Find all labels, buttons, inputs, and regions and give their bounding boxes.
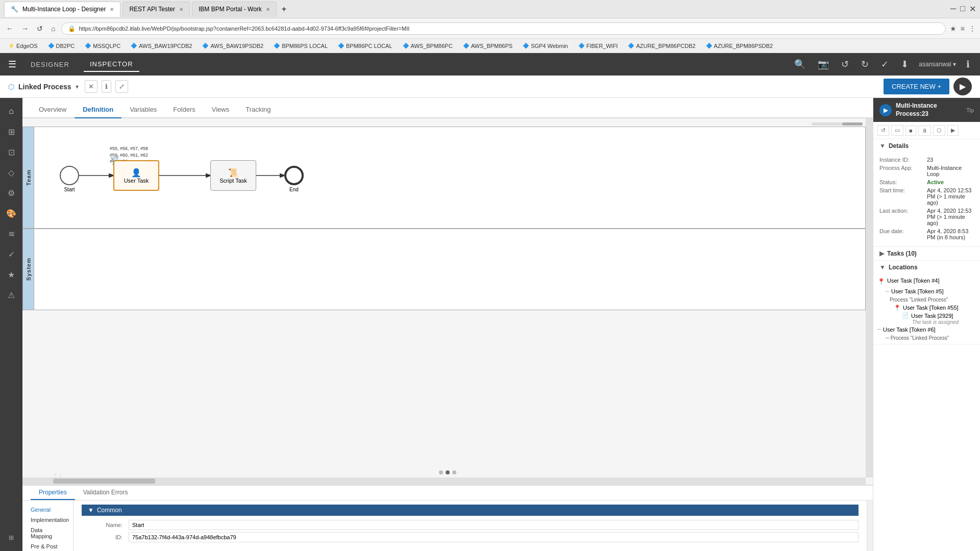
- home-btn[interactable]: ⌂: [49, 22, 57, 35]
- user-menu[interactable]: asansanwal ▾: [919, 61, 956, 68]
- tab-folders[interactable]: Folders: [165, 102, 203, 118]
- canvas-area[interactable]: Team: [22, 118, 873, 485]
- tab-ibm-close[interactable]: ✕: [266, 7, 270, 12]
- prop-scrollbar[interactable]: [867, 500, 873, 551]
- tab-close-btn[interactable]: ✕: [110, 7, 114, 12]
- prop-sidebar-datamap[interactable]: Data Mapping: [27, 525, 69, 541]
- pager-dot-2[interactable]: [446, 470, 450, 474]
- hamburger-menu[interactable]: ☰: [8, 59, 16, 70]
- locations-section-header[interactable]: ▼ Locations: [873, 261, 980, 274]
- expand-process-btn[interactable]: ⤢: [115, 80, 128, 93]
- sidebar-icon-vars[interactable]: ≋: [2, 224, 20, 243]
- prop-sidebar-prepost[interactable]: Pre & Post: [27, 541, 69, 551]
- pager-dot-3[interactable]: [452, 470, 456, 474]
- bookmark-azure-pcdb2[interactable]: 🔷AZURE_BPM86PCDB2: [624, 42, 699, 50]
- designer-tab[interactable]: DESIGNER: [24, 58, 76, 71]
- back-btn[interactable]: ←: [4, 22, 15, 35]
- sidebar-icon-palette[interactable]: 🎨: [2, 204, 20, 222]
- swimlane-team: Team: [22, 127, 866, 229]
- reader-icon[interactable]: ≡: [961, 24, 965, 33]
- end-event[interactable]: End: [284, 166, 304, 192]
- bookmark-db2pc[interactable]: 🔷DB2PC: [44, 42, 79, 50]
- sidebar-icon-shapes[interactable]: ◇: [2, 163, 20, 182]
- bookmark-aws-baw19ps[interactable]: 🔷AWS_BAW19PSDB2: [198, 42, 267, 50]
- sidebar-icon-flow[interactable]: ⊡: [2, 143, 20, 161]
- tab-variables[interactable]: Variables: [121, 102, 165, 118]
- search-btn[interactable]: 🔍: [792, 57, 807, 72]
- process-dropdown-icon[interactable]: ▾: [76, 83, 79, 90]
- panel-hex-btn[interactable]: ⬡: [933, 125, 945, 136]
- menu-icon[interactable]: ⋮: [969, 24, 976, 33]
- minimize-btn[interactable]: ─: [950, 4, 956, 14]
- redo-btn[interactable]: ↻: [859, 57, 871, 72]
- refresh-btn[interactable]: ↺: [35, 22, 45, 35]
- sidebar-icon-alert[interactable]: ⚠: [2, 286, 20, 304]
- deploy-btn[interactable]: ⬇: [899, 57, 911, 72]
- close-btn[interactable]: ✕: [969, 4, 976, 14]
- canvas-scrollbar-hbar[interactable]: [22, 478, 866, 485]
- bookmark-bpm86ps[interactable]: 🔷BPM86PS LOCAL: [270, 42, 332, 50]
- play-btn[interactable]: ▶: [953, 78, 972, 95]
- bookmark-edgeos[interactable]: ⚡EdgeOS: [4, 42, 42, 50]
- tab-rest[interactable]: REST API Tester ✕: [122, 2, 190, 17]
- tab-views[interactable]: Views: [204, 102, 237, 118]
- panel-rect-btn[interactable]: ▭: [891, 125, 903, 136]
- panel-play-btn[interactable]: ▶: [947, 125, 959, 136]
- prop-sidebar-general[interactable]: General: [27, 505, 69, 515]
- prop-id-label: ID:: [82, 534, 122, 540]
- details-section-header[interactable]: ▼ Details: [873, 139, 980, 153]
- bookmark-bpm86pc[interactable]: 🔷BPM86PC LOCAL: [334, 42, 396, 50]
- tab-overview[interactable]: Overview: [31, 102, 75, 118]
- sidebar-icon-tools[interactable]: ⚙: [2, 184, 20, 202]
- tab-active[interactable]: 🔧 Multi-Instance Loop - Designer ✕: [4, 2, 120, 17]
- prop-id-input[interactable]: [129, 532, 859, 542]
- bookmark-aws-bpm86ps[interactable]: 🔷AWS_BPM86PS: [459, 42, 517, 50]
- panel-refresh-btn[interactable]: ↺: [877, 125, 889, 136]
- tab-ibm[interactable]: IBM BPM Portal - Work ✕: [192, 2, 277, 17]
- tab-tracking[interactable]: Tracking: [237, 102, 279, 118]
- bookmark-azure-psdb2[interactable]: 🔷AZURE_BPM86PSDB2: [702, 42, 777, 50]
- undo-btn[interactable]: ↺: [839, 57, 851, 72]
- pager-dot-1[interactable]: [439, 470, 443, 474]
- start-event[interactable]: Start: [60, 166, 79, 192]
- user-task-box[interactable]: 👤 User Task: [113, 160, 159, 191]
- panel-fill-btn[interactable]: ■: [905, 126, 916, 136]
- address-input[interactable]: 🔒 https://bpm86pcdb2.itlab.live/WebPD/js…: [61, 22, 945, 35]
- close-process-btn[interactable]: ✕: [85, 80, 97, 93]
- script-task-box[interactable]: 📜 Script Task: [210, 160, 256, 191]
- bookmark-star-icon[interactable]: ★: [950, 24, 957, 33]
- tab-rest-close[interactable]: ✕: [179, 7, 183, 12]
- sidebar-icon-layers[interactable]: ⊞: [2, 122, 20, 141]
- bookmark-mssqlpc[interactable]: 🔷MSSQLPC: [81, 42, 125, 50]
- panel-pause-btn[interactable]: ⏸: [918, 126, 931, 136]
- canvas-scrollbar-v[interactable]: [866, 118, 873, 478]
- check-btn[interactable]: ✓: [879, 57, 891, 72]
- new-tab-button[interactable]: +: [279, 5, 289, 14]
- sidebar-icon-check[interactable]: ✓: [2, 245, 20, 263]
- sidebar-icon-star[interactable]: ★: [2, 265, 20, 284]
- create-new-button[interactable]: CREATE NEW +: [884, 79, 949, 94]
- sidebar-icon-expand-corner[interactable]: ⊞: [2, 529, 20, 547]
- prop-sidebar-impl[interactable]: Implementation: [27, 515, 69, 525]
- app-toolbar: ☰ DESIGNER INSPECTOR 🔍 📷 ↺ ↻ ✓ ⬇ asansan…: [0, 53, 980, 76]
- center-panel: Overview Definition Variables Folders Vi…: [22, 98, 873, 551]
- inspector-tab[interactable]: INSPECTOR: [84, 57, 139, 72]
- lane-resize-handle[interactable]: ⋮⋮: [53, 472, 68, 478]
- help-btn[interactable]: ℹ: [964, 57, 972, 72]
- prop-tab-general[interactable]: Properties: [31, 486, 75, 500]
- camera-btn[interactable]: 📷: [816, 57, 831, 72]
- bookmark-fiber[interactable]: 🔷FIBER_WIFI: [574, 42, 622, 50]
- prop-tab-validation[interactable]: Validation Errors: [75, 486, 136, 500]
- bookmark-sgp4[interactable]: 🔷SGP4 Webmin: [519, 42, 572, 50]
- prop-name-input[interactable]: [129, 520, 859, 530]
- maximize-btn[interactable]: □: [960, 4, 965, 14]
- forward-btn[interactable]: →: [19, 22, 31, 35]
- tab-definition[interactable]: Definition: [75, 102, 121, 118]
- bookmark-aws-baw19[interactable]: 🔷AWS_BAW19PCDB2: [127, 42, 196, 50]
- info-process-btn[interactable]: ℹ: [102, 80, 111, 93]
- address-bar: ← → ↺ ⌂ 🔒 https://bpm86pcdb2.itlab.live/…: [0, 18, 980, 39]
- tasks-section-header[interactable]: ▶ Tasks (10): [873, 247, 980, 260]
- canvas-scrollbar-h[interactable]: [812, 122, 863, 126]
- bookmark-aws-bpm86pc[interactable]: 🔷AWS_BPM86PC: [399, 42, 457, 50]
- sidebar-icon-home[interactable]: ⌂: [2, 102, 20, 120]
